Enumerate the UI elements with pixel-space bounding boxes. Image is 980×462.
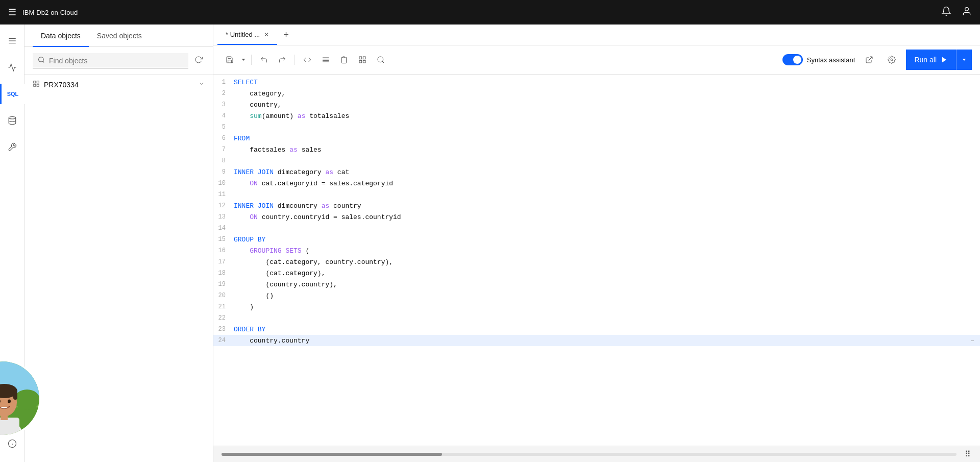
redo-button[interactable] [274,53,290,67]
sidebar-menu-icon[interactable] [2,31,22,51]
main-layout: SQL [0,25,980,462]
code-line-9: 9 INNER JOIN dimcategory as cat [213,166,980,178]
svg-point-0 [965,7,969,11]
svg-rect-35 [359,57,362,59]
topbar-left: ☰ IBM Db2 on Cloud [8,7,78,18]
undo-button[interactable] [256,53,272,67]
tab-close-icon[interactable]: ✕ [264,31,269,38]
code-line-23: 23 ORDER BY [213,324,980,335]
svg-rect-21 [13,390,17,400]
code-lines: 1 SELECT 2 category, 3 country, 4 sum(am… [213,75,980,348]
svg-rect-16 [0,418,19,436]
svg-line-25 [43,61,44,63]
svg-rect-29 [34,84,36,86]
sidebar-hint-icon[interactable] [2,433,22,454]
format-button[interactable] [317,53,334,67]
search-input-wrap [33,53,188,68]
svg-marker-44 [963,59,966,61]
notification-icon[interactable] [941,6,951,19]
svg-rect-26 [34,81,36,83]
toolbar-separator-1 [251,55,252,65]
topbar-right [941,6,972,19]
code-line-11: 11 [213,189,980,200]
code-line-24: 24 country.country — [213,335,980,346]
bottom-bar: ⠿ [213,446,980,462]
code-line-8: 8 [213,155,980,166]
code-line-2: 2 category, [213,88,980,99]
svg-point-24 [39,57,43,62]
grid-icon[interactable]: ⠿ [965,449,972,459]
svg-rect-36 [363,57,365,59]
run-dropdown-button[interactable] [956,50,972,70]
code-line-4: 4 sum(amount) as totalsales [213,110,980,121]
svg-point-13 [14,390,40,410]
svg-line-40 [382,61,384,63]
code-view-button[interactable] [299,53,315,67]
svg-line-41 [869,57,872,60]
code-line-19: 19 (country.country), [213,279,980,290]
code-line-10: 10 ON cat.categoryid = sales.categoryid [213,178,980,189]
syntax-assistant-toggle: Syntax assistant [782,54,855,65]
delete-button[interactable] [336,53,352,67]
run-all-button[interactable]: Run all [906,50,956,70]
code-line-15: 15 GROUP BY [213,234,980,245]
code-line-1: 1 SELECT [213,77,980,88]
run-all-label: Run all [914,56,937,64]
search-icon [38,56,45,65]
tree-item-label: PRX70334 [44,81,194,89]
code-line-13: 13 ON country.countryid = sales.countryi… [213,211,980,223]
icon-sidebar: SQL [0,25,24,462]
topbar: ☰ IBM Db2 on Cloud [0,0,980,25]
svg-point-42 [891,59,893,61]
svg-marker-30 [242,59,246,61]
code-line-18: 18 (cat.category), [213,268,980,279]
settings-button[interactable] [884,53,900,67]
tab-data-objects[interactable]: Data objects [33,25,89,47]
code-line-5: 5 [213,121,980,133]
code-line-7: 7 factsales as sales [213,144,980,155]
tab-saved-objects[interactable]: Saved objects [89,25,150,47]
menu-hamburger-icon[interactable]: ☰ [8,7,16,18]
tree-item-icon [33,80,40,89]
editor-area: * Untitled ... ✕ + [213,25,980,462]
refresh-button[interactable] [192,54,205,68]
split-view-button[interactable] [354,53,371,67]
code-line-21: 21 ) [213,301,980,312]
search-input[interactable] [49,57,183,65]
editor-tab-untitled[interactable]: * Untitled ... ✕ [217,25,277,45]
export-button[interactable] [861,53,877,67]
toggle-switch[interactable] [782,54,803,65]
horizontal-scrollbar[interactable] [222,453,957,456]
search-replace-button[interactable] [373,53,389,67]
tree-item-prx70334[interactable]: PRX70334 [24,75,213,94]
sidebar-analytics-icon[interactable] [2,57,22,78]
data-objects-panel: Data objects Saved objects PRX70334 [24,25,213,462]
sidebar-data-icon[interactable] [2,110,22,131]
svg-point-4 [9,117,16,119]
sidebar-wrench-icon[interactable] [2,137,22,157]
code-editor[interactable]: 1 SELECT 2 category, 3 country, 4 sum(am… [213,75,980,446]
code-line-14: 14 [213,223,980,234]
panel-search-bar [24,47,213,75]
add-tab-button[interactable]: + [279,26,293,44]
syntax-assistant-label: Syntax assistant [807,56,855,64]
save-dropdown-button[interactable] [240,54,247,65]
sidebar-sql-button[interactable]: SQL [0,84,24,104]
save-button[interactable] [222,53,238,67]
user-icon[interactable] [962,6,972,19]
code-line-17: 17 (cat.category, country.country), [213,256,980,268]
code-line-20: 20 () [213,290,980,301]
icon-sidebar-bottom [2,433,22,462]
chevron-down-icon [199,81,205,88]
app-logo: IBM Db2 on Cloud [22,9,78,16]
editor-toolbar: Syntax assistant Run all [213,45,980,75]
editor-tab-bar: * Untitled ... ✕ + [213,25,980,45]
code-line-6: 6 FROM [213,133,980,144]
svg-rect-37 [359,60,362,63]
svg-rect-27 [37,81,39,83]
svg-point-23 [8,400,11,403]
toolbar-separator-2 [295,55,295,65]
toolbar-right: Syntax assistant Run all [782,50,972,70]
svg-marker-43 [942,57,946,63]
svg-rect-38 [363,60,365,63]
